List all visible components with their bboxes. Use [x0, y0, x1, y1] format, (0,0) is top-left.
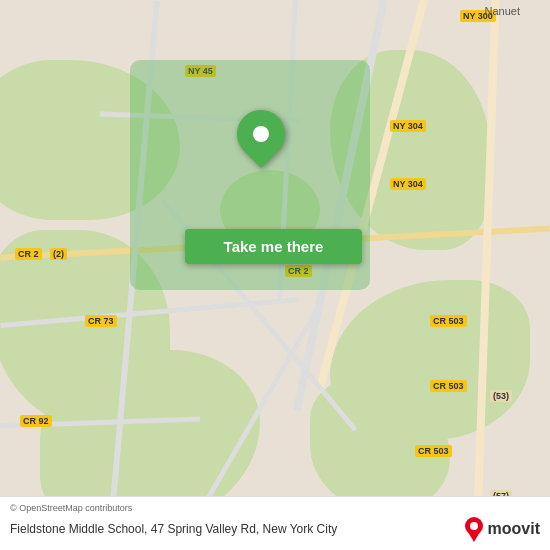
road-label-ny304b: NY 304	[390, 178, 426, 190]
moovit-logo: moovit	[464, 516, 540, 542]
road-label-cr2-left: CR 2	[15, 248, 42, 260]
svg-point-2	[470, 522, 478, 530]
bottom-content: Fieldstone Middle School, 47 Spring Vall…	[10, 516, 540, 542]
moovit-pin-icon	[464, 516, 484, 542]
attribution: © OpenStreetMap contributors	[10, 503, 540, 513]
pin-shape	[227, 100, 295, 168]
take-me-there-button[interactable]: Take me there	[185, 229, 362, 264]
location-pin	[237, 110, 285, 158]
road-label-cr503a: CR 503	[430, 315, 467, 327]
pin-dot	[253, 126, 269, 142]
location-name: Fieldstone Middle School, 47 Spring Vall…	[10, 522, 464, 536]
road-label-cr73: CR 73	[85, 315, 117, 327]
road-label-cr92: CR 92	[20, 415, 52, 427]
bottom-bar: © OpenStreetMap contributors Fieldstone …	[0, 496, 550, 550]
road-label-cr503c: CR 503	[415, 445, 452, 457]
map-container: NY 45 NY 304 NY 304 CR 2 CR 2 CR 73 CR 5…	[0, 0, 550, 550]
road-label-ny304a: NY 304	[390, 120, 426, 132]
road-label-53: (53)	[490, 390, 512, 402]
moovit-text: moovit	[488, 520, 540, 538]
road-label-cr2-badge: (2)	[50, 248, 67, 260]
road-label-cr503b: CR 503	[430, 380, 467, 392]
svg-marker-1	[468, 532, 480, 542]
nanuet-label: Nanuet	[485, 5, 520, 17]
